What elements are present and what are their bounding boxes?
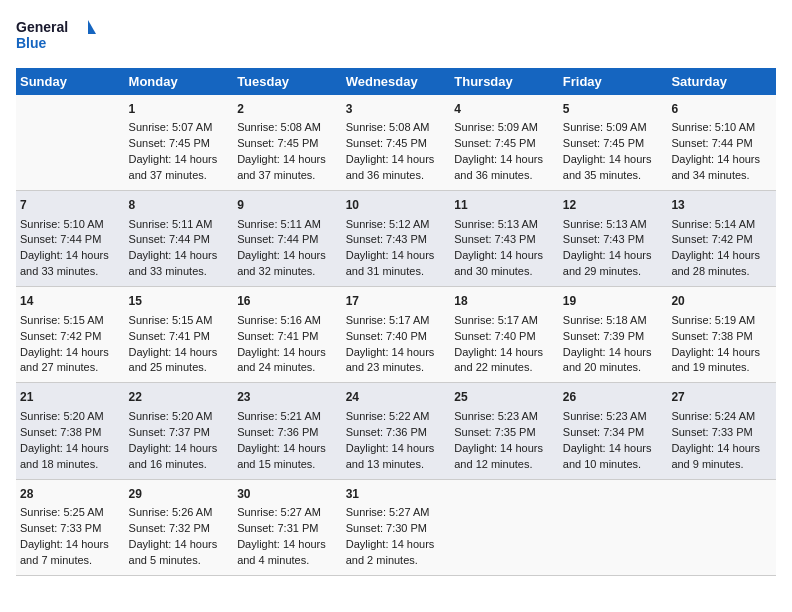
day-number: 11 [454,197,555,214]
day-cell: 29Sunrise: 5:26 AMSunset: 7:32 PMDayligh… [125,479,234,575]
day-info: Sunset: 7:45 PM [237,136,338,152]
day-info: Sunrise: 5:11 AM [129,217,230,233]
day-info: Sunset: 7:42 PM [20,329,121,345]
day-info: Sunrise: 5:19 AM [671,313,772,329]
day-number: 14 [20,293,121,310]
day-info: Daylight: 14 hours and 15 minutes. [237,441,338,473]
day-info: Sunset: 7:42 PM [671,232,772,248]
day-info: Sunrise: 5:18 AM [563,313,664,329]
day-info: Daylight: 14 hours and 24 minutes. [237,345,338,377]
weekday-header-row: SundayMondayTuesdayWednesdayThursdayFrid… [16,68,776,95]
logo: General Blue [16,16,96,56]
day-cell: 5Sunrise: 5:09 AMSunset: 7:45 PMDaylight… [559,95,668,191]
day-number: 27 [671,389,772,406]
day-info: Sunset: 7:34 PM [563,425,664,441]
day-info: Sunrise: 5:09 AM [563,120,664,136]
day-info: Daylight: 14 hours and 34 minutes. [671,152,772,184]
day-info: Sunrise: 5:17 AM [346,313,447,329]
day-info: Sunrise: 5:16 AM [237,313,338,329]
day-info: Sunset: 7:38 PM [671,329,772,345]
day-info: Sunset: 7:45 PM [563,136,664,152]
day-number: 8 [129,197,230,214]
day-info: Daylight: 14 hours and 2 minutes. [346,537,447,569]
day-number: 16 [237,293,338,310]
day-info: Daylight: 14 hours and 18 minutes. [20,441,121,473]
day-info: Sunrise: 5:17 AM [454,313,555,329]
day-cell: 26Sunrise: 5:23 AMSunset: 7:34 PMDayligh… [559,383,668,479]
day-info: Sunrise: 5:20 AM [129,409,230,425]
day-info: Sunset: 7:44 PM [20,232,121,248]
day-info: Daylight: 14 hours and 33 minutes. [20,248,121,280]
day-info: Sunrise: 5:13 AM [563,217,664,233]
day-info: Sunset: 7:36 PM [346,425,447,441]
day-number: 19 [563,293,664,310]
day-info: Sunrise: 5:21 AM [237,409,338,425]
day-info: Sunrise: 5:11 AM [237,217,338,233]
day-info: Sunset: 7:43 PM [346,232,447,248]
day-info: Sunset: 7:35 PM [454,425,555,441]
day-info: Sunrise: 5:24 AM [671,409,772,425]
day-cell [667,479,776,575]
day-cell: 14Sunrise: 5:15 AMSunset: 7:42 PMDayligh… [16,287,125,383]
day-info: Sunrise: 5:12 AM [346,217,447,233]
day-cell: 17Sunrise: 5:17 AMSunset: 7:40 PMDayligh… [342,287,451,383]
page-header: General Blue [16,16,776,56]
day-cell: 21Sunrise: 5:20 AMSunset: 7:38 PMDayligh… [16,383,125,479]
day-info: Daylight: 14 hours and 37 minutes. [129,152,230,184]
day-info: Sunset: 7:44 PM [129,232,230,248]
week-row-5: 28Sunrise: 5:25 AMSunset: 7:33 PMDayligh… [16,479,776,575]
day-info: Sunrise: 5:25 AM [20,505,121,521]
day-number: 29 [129,486,230,503]
day-info: Sunrise: 5:23 AM [454,409,555,425]
day-info: Sunrise: 5:10 AM [671,120,772,136]
day-info: Daylight: 14 hours and 33 minutes. [129,248,230,280]
day-info: Daylight: 14 hours and 9 minutes. [671,441,772,473]
day-cell: 16Sunrise: 5:16 AMSunset: 7:41 PMDayligh… [233,287,342,383]
day-info: Daylight: 14 hours and 7 minutes. [20,537,121,569]
day-cell [450,479,559,575]
day-number: 24 [346,389,447,406]
day-number: 23 [237,389,338,406]
day-info: Sunrise: 5:15 AM [20,313,121,329]
day-number: 13 [671,197,772,214]
day-number: 26 [563,389,664,406]
day-info: Sunset: 7:41 PM [237,329,338,345]
day-cell: 30Sunrise: 5:27 AMSunset: 7:31 PMDayligh… [233,479,342,575]
day-info: Sunset: 7:44 PM [671,136,772,152]
weekday-header-tuesday: Tuesday [233,68,342,95]
day-info: Sunset: 7:45 PM [454,136,555,152]
day-cell: 15Sunrise: 5:15 AMSunset: 7:41 PMDayligh… [125,287,234,383]
day-info: Sunset: 7:39 PM [563,329,664,345]
day-cell: 1Sunrise: 5:07 AMSunset: 7:45 PMDaylight… [125,95,234,191]
day-cell: 19Sunrise: 5:18 AMSunset: 7:39 PMDayligh… [559,287,668,383]
day-number: 4 [454,101,555,118]
day-cell: 22Sunrise: 5:20 AMSunset: 7:37 PMDayligh… [125,383,234,479]
day-info: Sunset: 7:33 PM [671,425,772,441]
day-number: 7 [20,197,121,214]
day-cell [16,95,125,191]
day-info: Sunrise: 5:08 AM [237,120,338,136]
day-cell: 27Sunrise: 5:24 AMSunset: 7:33 PMDayligh… [667,383,776,479]
day-info: Daylight: 14 hours and 28 minutes. [671,248,772,280]
day-cell: 24Sunrise: 5:22 AMSunset: 7:36 PMDayligh… [342,383,451,479]
day-number: 12 [563,197,664,214]
day-info: Daylight: 14 hours and 32 minutes. [237,248,338,280]
day-number: 10 [346,197,447,214]
day-cell: 3Sunrise: 5:08 AMSunset: 7:45 PMDaylight… [342,95,451,191]
day-info: Sunrise: 5:26 AM [129,505,230,521]
day-info: Sunrise: 5:20 AM [20,409,121,425]
day-info: Sunrise: 5:14 AM [671,217,772,233]
day-info: Daylight: 14 hours and 10 minutes. [563,441,664,473]
day-info: Sunrise: 5:07 AM [129,120,230,136]
day-info: Daylight: 14 hours and 20 minutes. [563,345,664,377]
day-info: Sunrise: 5:22 AM [346,409,447,425]
day-info: Sunset: 7:31 PM [237,521,338,537]
day-cell: 23Sunrise: 5:21 AMSunset: 7:36 PMDayligh… [233,383,342,479]
day-info: Daylight: 14 hours and 31 minutes. [346,248,447,280]
day-cell: 18Sunrise: 5:17 AMSunset: 7:40 PMDayligh… [450,287,559,383]
day-number: 5 [563,101,664,118]
day-number: 22 [129,389,230,406]
day-info: Daylight: 14 hours and 22 minutes. [454,345,555,377]
day-info: Sunrise: 5:15 AM [129,313,230,329]
day-cell: 9Sunrise: 5:11 AMSunset: 7:44 PMDaylight… [233,191,342,287]
